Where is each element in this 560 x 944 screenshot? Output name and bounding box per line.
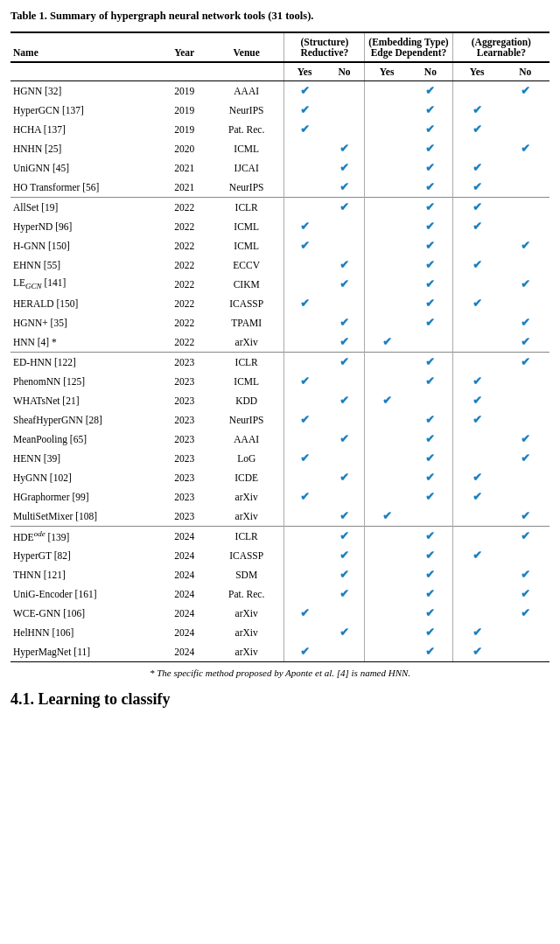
cell-check bbox=[365, 217, 409, 236]
cell-check: ✔ bbox=[452, 255, 500, 275]
cell-check: ✔ bbox=[452, 642, 500, 662]
cell-check: ✔ bbox=[409, 623, 452, 642]
cell-check bbox=[452, 430, 500, 449]
cell-check: ✔ bbox=[409, 449, 452, 468]
cell-check bbox=[501, 623, 550, 642]
cell-year: 2021 bbox=[160, 178, 209, 198]
cell-venue: SDM bbox=[209, 565, 284, 584]
col-header-venue: Venue bbox=[209, 32, 284, 62]
cell-check: ✔ bbox=[409, 236, 452, 255]
cell-check bbox=[365, 584, 409, 604]
table-row: ED-HNN [122]2023ICLR✔✔✔ bbox=[10, 352, 550, 372]
cell-check: ✔ bbox=[452, 410, 500, 430]
cell-venue: arXiv bbox=[209, 507, 284, 527]
cell-year: 2024 bbox=[160, 623, 209, 642]
cell-year: 2023 bbox=[160, 410, 209, 430]
cell-check bbox=[284, 197, 325, 217]
table-row: EHNN [55]2022ECCV✔✔✔ bbox=[10, 255, 550, 275]
cell-name: MeanPooling [65] bbox=[10, 430, 160, 449]
cell-venue: ICML bbox=[209, 236, 284, 255]
cell-year: 2022 bbox=[160, 255, 209, 275]
cell-venue: ICML bbox=[209, 139, 284, 158]
cell-check: ✔ bbox=[325, 139, 365, 158]
cell-venue: ICASSP bbox=[209, 294, 284, 313]
cell-venue: ICDE bbox=[209, 468, 284, 487]
cell-venue: ICML bbox=[209, 217, 284, 236]
cell-year: 2023 bbox=[160, 430, 209, 449]
cell-year: 2019 bbox=[160, 120, 209, 139]
cell-check bbox=[284, 255, 325, 275]
cell-check: ✔ bbox=[452, 468, 500, 487]
table-row: PhenomNN [125]2023ICML✔✔✔ bbox=[10, 372, 550, 391]
table-row: HyperND [96]2022ICML✔✔✔ bbox=[10, 217, 550, 236]
cell-venue: Pat. Rec. bbox=[209, 120, 284, 139]
cell-check bbox=[365, 642, 409, 662]
cell-venue: ICLR bbox=[209, 197, 284, 217]
cell-venue: ICML bbox=[209, 372, 284, 391]
cell-check: ✔ bbox=[325, 623, 365, 642]
page-title: Table 1. Summary of hypergraph neural ne… bbox=[10, 9, 550, 24]
cell-check: ✔ bbox=[325, 468, 365, 487]
cell-check bbox=[325, 642, 365, 662]
cell-check: ✔ bbox=[284, 101, 325, 120]
cell-name: EHNN [55] bbox=[10, 255, 160, 275]
cell-year: 2020 bbox=[160, 139, 209, 158]
footnote: * The specific method proposed by Aponte… bbox=[10, 668, 550, 678]
cell-year: 2019 bbox=[160, 80, 209, 101]
cell-venue: arXiv bbox=[209, 604, 284, 623]
cell-venue: AAAI bbox=[209, 80, 284, 101]
cell-venue: ICASSP bbox=[209, 546, 284, 565]
cell-check bbox=[325, 449, 365, 468]
cell-check bbox=[365, 526, 409, 546]
cell-check bbox=[365, 604, 409, 623]
cell-check: ✔ bbox=[325, 565, 365, 584]
cell-name: HyperGT [82] bbox=[10, 546, 160, 565]
table-row: HGNN [32]2019AAAI✔✔✔ bbox=[10, 80, 550, 101]
cell-check bbox=[501, 158, 550, 178]
cell-check bbox=[365, 546, 409, 565]
table-row: HGraphormer [99]2023arXiv✔✔✔ bbox=[10, 487, 550, 507]
cell-check bbox=[365, 352, 409, 372]
cell-year: 2022 bbox=[160, 275, 209, 294]
cell-year: 2023 bbox=[160, 352, 209, 372]
cell-check: ✔ bbox=[452, 120, 500, 139]
cell-check: ✔ bbox=[452, 487, 500, 507]
cell-check: ✔ bbox=[284, 372, 325, 391]
cell-check bbox=[452, 565, 500, 584]
cell-check bbox=[365, 139, 409, 158]
cell-check bbox=[365, 430, 409, 449]
cell-venue: ICLR bbox=[209, 526, 284, 546]
cell-check: ✔ bbox=[325, 332, 365, 353]
cell-check: ✔ bbox=[409, 255, 452, 275]
cell-check: ✔ bbox=[452, 197, 500, 217]
cell-check bbox=[452, 526, 500, 546]
cell-venue: arXiv bbox=[209, 642, 284, 662]
cell-check: ✔ bbox=[409, 139, 452, 158]
cell-check bbox=[501, 178, 550, 198]
cell-check bbox=[501, 468, 550, 487]
cell-check: ✔ bbox=[325, 255, 365, 275]
cell-check bbox=[284, 584, 325, 604]
cell-check: ✔ bbox=[284, 410, 325, 430]
cell-check bbox=[365, 623, 409, 642]
table-row: THNN [121]2024SDM✔✔✔ bbox=[10, 565, 550, 584]
cell-venue: NeurIPS bbox=[209, 410, 284, 430]
cell-check: ✔ bbox=[409, 158, 452, 178]
cell-year: 2022 bbox=[160, 332, 209, 353]
cell-check bbox=[452, 275, 500, 294]
cell-check: ✔ bbox=[409, 101, 452, 120]
cell-check: ✔ bbox=[452, 101, 500, 120]
cell-venue: ECCV bbox=[209, 255, 284, 275]
table-row: HERALD [150]2022ICASSP✔✔✔ bbox=[10, 294, 550, 313]
sub-header-name bbox=[10, 62, 160, 81]
cell-check bbox=[284, 623, 325, 642]
cell-year: 2022 bbox=[160, 236, 209, 255]
cell-check bbox=[501, 255, 550, 275]
cell-check: ✔ bbox=[409, 565, 452, 584]
cell-check: ✔ bbox=[284, 487, 325, 507]
cell-check: ✔ bbox=[365, 507, 409, 527]
cell-check: ✔ bbox=[284, 294, 325, 313]
cell-year: 2023 bbox=[160, 468, 209, 487]
cell-check: ✔ bbox=[325, 391, 365, 410]
cell-check: ✔ bbox=[325, 430, 365, 449]
